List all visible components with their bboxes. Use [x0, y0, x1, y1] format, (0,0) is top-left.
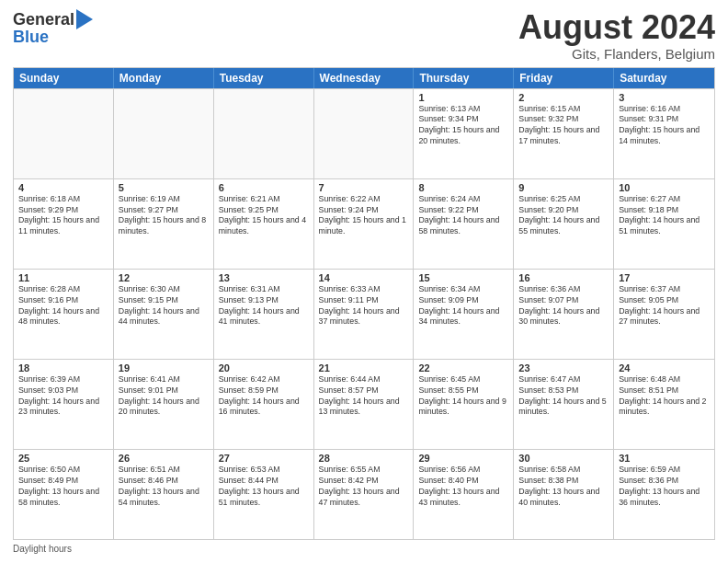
day-number: 26 [119, 453, 209, 464]
calendar-cell: 17Sunrise: 6:37 AMSunset: 9:05 PMDayligh… [614, 270, 714, 359]
calendar-cell: 31Sunrise: 6:59 AMSunset: 8:36 PMDayligh… [614, 450, 714, 539]
day-info: Sunrise: 6:24 AMSunset: 9:22 PMDaylight:… [418, 194, 508, 238]
page: General Blue August 2024 Gits, Flanders,… [0, 0, 728, 563]
calendar-cell: 24Sunrise: 6:48 AMSunset: 8:51 PMDayligh… [614, 360, 714, 449]
calendar-row: 11Sunrise: 6:28 AMSunset: 9:16 PMDayligh… [14, 269, 714, 359]
calendar-cell [14, 89, 114, 178]
day-info: Sunrise: 6:25 AMSunset: 9:20 PMDaylight:… [518, 194, 609, 238]
calendar-header-cell: Thursday [414, 68, 514, 88]
calendar-cell: 2Sunrise: 6:15 AMSunset: 9:32 PMDaylight… [514, 89, 614, 178]
day-number: 23 [518, 362, 609, 373]
calendar-cell: 7Sunrise: 6:22 AMSunset: 9:24 PMDaylight… [314, 179, 415, 269]
title-block: August 2024 Gits, Flanders, Belgium [518, 9, 715, 62]
day-info: Sunrise: 6:56 AMSunset: 8:40 PMDaylight:… [418, 465, 508, 509]
calendar-row: 18Sunrise: 6:39 AMSunset: 9:03 PMDayligh… [14, 359, 714, 449]
day-info: Sunrise: 6:31 AMSunset: 9:13 PMDaylight:… [219, 284, 309, 328]
calendar-cell: 19Sunrise: 6:41 AMSunset: 9:01 PMDayligh… [114, 360, 214, 449]
calendar-cell: 18Sunrise: 6:39 AMSunset: 9:03 PMDayligh… [14, 360, 114, 449]
day-number: 5 [119, 182, 209, 193]
calendar-cell: 30Sunrise: 6:58 AMSunset: 8:38 PMDayligh… [514, 450, 614, 539]
day-info: Sunrise: 6:48 AMSunset: 8:51 PMDaylight:… [619, 374, 710, 419]
calendar-cell: 15Sunrise: 6:34 AMSunset: 9:09 PMDayligh… [414, 270, 514, 359]
calendar-cell: 23Sunrise: 6:47 AMSunset: 8:53 PMDayligh… [514, 360, 614, 449]
calendar-cell: 9Sunrise: 6:25 AMSunset: 9:20 PMDaylight… [514, 179, 614, 269]
calendar-cell: 22Sunrise: 6:45 AMSunset: 8:55 PMDayligh… [414, 360, 514, 449]
calendar-cell: 6Sunrise: 6:21 AMSunset: 9:25 PMDaylight… [214, 179, 314, 269]
day-info: Sunrise: 6:45 AMSunset: 8:55 PMDaylight:… [418, 374, 508, 419]
day-info: Sunrise: 6:42 AMSunset: 8:59 PMDaylight:… [219, 374, 309, 419]
day-info: Sunrise: 6:27 AMSunset: 9:18 PMDaylight:… [619, 194, 710, 238]
day-number: 8 [418, 182, 508, 193]
day-info: Sunrise: 6:53 AMSunset: 8:44 PMDaylight:… [219, 465, 309, 509]
calendar-cell: 14Sunrise: 6:33 AMSunset: 9:11 PMDayligh… [314, 270, 415, 359]
calendar-cell: 21Sunrise: 6:44 AMSunset: 8:57 PMDayligh… [314, 360, 415, 449]
calendar-body: 1Sunrise: 6:13 AMSunset: 9:34 PMDaylight… [14, 88, 714, 539]
day-number: 22 [418, 362, 508, 373]
day-info: Sunrise: 6:21 AMSunset: 9:25 PMDaylight:… [219, 194, 309, 238]
logo-general-text: General [13, 10, 74, 29]
day-number: 14 [319, 272, 409, 283]
day-number: 1 [418, 92, 508, 103]
calendar-header-cell: Saturday [614, 68, 714, 88]
calendar-cell: 12Sunrise: 6:30 AMSunset: 9:15 PMDayligh… [114, 270, 214, 359]
day-info: Sunrise: 6:50 AMSunset: 8:49 PMDaylight:… [18, 465, 108, 509]
day-number: 29 [418, 453, 508, 464]
calendar-title: August 2024 [518, 9, 715, 46]
day-number: 2 [518, 92, 609, 103]
svg-marker-0 [76, 9, 93, 29]
day-info: Sunrise: 6:55 AMSunset: 8:42 PMDaylight:… [319, 465, 409, 509]
day-info: Sunrise: 6:36 AMSunset: 9:07 PMDaylight:… [518, 284, 609, 328]
day-info: Sunrise: 6:19 AMSunset: 9:27 PMDaylight:… [119, 194, 209, 238]
day-info: Sunrise: 6:59 AMSunset: 8:36 PMDaylight:… [619, 465, 710, 509]
calendar-cell [314, 89, 415, 178]
calendar-cell: 20Sunrise: 6:42 AMSunset: 8:59 PMDayligh… [214, 360, 314, 449]
day-info: Sunrise: 6:30 AMSunset: 9:15 PMDaylight:… [119, 284, 209, 328]
calendar-cell: 29Sunrise: 6:56 AMSunset: 8:40 PMDayligh… [414, 450, 514, 539]
calendar-cell [214, 89, 314, 178]
day-number: 17 [619, 272, 710, 283]
day-info: Sunrise: 6:13 AMSunset: 9:34 PMDaylight:… [418, 104, 508, 148]
calendar-cell: 8Sunrise: 6:24 AMSunset: 9:22 PMDaylight… [414, 179, 514, 269]
header: General Blue August 2024 Gits, Flanders,… [13, 9, 715, 62]
day-info: Sunrise: 6:44 AMSunset: 8:57 PMDaylight:… [319, 374, 409, 419]
calendar-cell: 25Sunrise: 6:50 AMSunset: 8:49 PMDayligh… [14, 450, 114, 539]
day-number: 20 [219, 362, 309, 373]
day-info: Sunrise: 6:39 AMSunset: 9:03 PMDaylight:… [18, 374, 108, 419]
calendar-cell: 4Sunrise: 6:18 AMSunset: 9:29 PMDaylight… [14, 179, 114, 269]
calendar-header-cell: Friday [514, 68, 614, 88]
calendar-row: 4Sunrise: 6:18 AMSunset: 9:29 PMDaylight… [14, 178, 714, 269]
day-number: 25 [18, 453, 108, 464]
calendar-header-cell: Tuesday [214, 68, 314, 88]
day-info: Sunrise: 6:16 AMSunset: 9:31 PMDaylight:… [619, 104, 710, 148]
logo-blue-text: Blue [13, 28, 93, 47]
calendar-cell: 16Sunrise: 6:36 AMSunset: 9:07 PMDayligh… [514, 270, 614, 359]
day-number: 3 [619, 92, 710, 103]
day-info: Sunrise: 6:33 AMSunset: 9:11 PMDaylight:… [319, 284, 409, 328]
day-info: Sunrise: 6:58 AMSunset: 8:38 PMDaylight:… [518, 465, 609, 509]
day-number: 6 [219, 182, 309, 193]
day-info: Sunrise: 6:15 AMSunset: 9:32 PMDaylight:… [518, 104, 609, 148]
calendar-location: Gits, Flanders, Belgium [518, 46, 715, 62]
day-info: Sunrise: 6:22 AMSunset: 9:24 PMDaylight:… [319, 194, 409, 238]
day-info: Sunrise: 6:34 AMSunset: 9:09 PMDaylight:… [418, 284, 508, 328]
calendar-cell: 5Sunrise: 6:19 AMSunset: 9:27 PMDaylight… [114, 179, 214, 269]
day-info: Sunrise: 6:18 AMSunset: 9:29 PMDaylight:… [18, 194, 108, 238]
calendar-cell: 3Sunrise: 6:16 AMSunset: 9:31 PMDaylight… [614, 89, 714, 178]
day-number: 4 [18, 182, 108, 193]
day-number: 24 [619, 362, 710, 373]
calendar-row: 25Sunrise: 6:50 AMSunset: 8:49 PMDayligh… [14, 449, 714, 539]
day-number: 27 [219, 453, 309, 464]
day-number: 19 [119, 362, 209, 373]
calendar-row: 1Sunrise: 6:13 AMSunset: 9:34 PMDaylight… [14, 88, 714, 178]
day-number: 31 [619, 453, 710, 464]
calendar-cell: 27Sunrise: 6:53 AMSunset: 8:44 PMDayligh… [214, 450, 314, 539]
day-number: 12 [119, 272, 209, 283]
calendar-header-cell: Sunday [14, 68, 114, 88]
day-info: Sunrise: 6:28 AMSunset: 9:16 PMDaylight:… [18, 284, 108, 328]
calendar-header-cell: Wednesday [314, 68, 415, 88]
calendar-cell: 1Sunrise: 6:13 AMSunset: 9:34 PMDaylight… [414, 89, 514, 178]
day-number: 30 [518, 453, 609, 464]
day-info: Sunrise: 6:41 AMSunset: 9:01 PMDaylight:… [119, 374, 209, 419]
calendar-cell: 10Sunrise: 6:27 AMSunset: 9:18 PMDayligh… [614, 179, 714, 269]
day-number: 18 [18, 362, 108, 373]
